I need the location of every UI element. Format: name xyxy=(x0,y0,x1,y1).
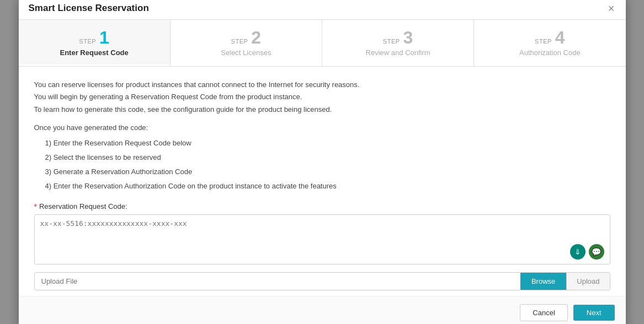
step4-label: STEP xyxy=(535,38,552,45)
step1-label: STEP xyxy=(79,38,96,45)
info-line3: To learn how to generate this code, see … xyxy=(34,104,610,116)
instruction-1: 1) Enter the Reservation Request Code be… xyxy=(45,136,610,150)
step-1[interactable]: STEP 1 Enter Request Code xyxy=(19,20,171,66)
step3-number: 3 xyxy=(403,29,413,46)
instruction-2: 2) Select the licenses to be reserved xyxy=(45,150,610,165)
field-label-row: * Reservation Request Code: xyxy=(34,202,610,211)
step4-number: 4 xyxy=(555,29,565,46)
chat-icon[interactable]: 💬 xyxy=(589,244,604,260)
step2-number: 2 xyxy=(251,29,261,46)
upload-file-input[interactable] xyxy=(35,273,520,290)
once-label: Once you have generated the code: xyxy=(34,123,610,132)
textarea-icon-group: ⇓ 💬 xyxy=(570,244,604,260)
modal-overlay: Smart License Reservation × STEP 1 Enter… xyxy=(0,0,644,324)
reservation-code-input[interactable] xyxy=(35,215,610,262)
modal-header: Smart License Reservation × xyxy=(19,0,626,20)
smart-license-modal: Smart License Reservation × STEP 1 Enter… xyxy=(19,0,626,324)
upload-button[interactable]: Upload xyxy=(566,273,609,290)
steps-bar: STEP 1 Enter Request Code STEP 2 Select … xyxy=(19,20,626,67)
next-button[interactable]: Next xyxy=(573,305,615,321)
instruction-4: 4) Enter the Reservation Authorization C… xyxy=(45,179,610,193)
step1-name: Enter Request Code xyxy=(60,48,129,57)
instructions-list: 1) Enter the Reservation Request Code be… xyxy=(34,136,610,193)
required-star: * xyxy=(34,202,37,211)
step3-label: STEP xyxy=(383,38,400,45)
close-button[interactable]: × xyxy=(607,3,616,14)
step-4[interactable]: STEP 4 Authorization Code xyxy=(474,20,625,66)
step-2[interactable]: STEP 2 Select Licenses xyxy=(171,20,322,66)
step3-name: Review and Confirm xyxy=(366,48,430,57)
cancel-button[interactable]: Cancel xyxy=(520,304,567,321)
download-icon[interactable]: ⇓ xyxy=(570,244,586,260)
info-line2: You will begin by generating a Reservati… xyxy=(34,91,610,103)
reservation-code-wrapper: ⇓ 💬 xyxy=(34,214,610,264)
step1-number: 1 xyxy=(99,29,109,46)
step4-name: Authorization Code xyxy=(519,48,581,57)
modal-footer: Cancel Next xyxy=(19,296,626,324)
step2-name: Select Licenses xyxy=(221,48,271,57)
info-line1: You can reserve licenses for product ins… xyxy=(34,79,610,91)
upload-row: Browse Upload xyxy=(34,272,610,290)
step2-label: STEP xyxy=(231,38,248,45)
step-3[interactable]: STEP 3 Review and Confirm xyxy=(322,20,474,66)
field-label-text: Reservation Request Code: xyxy=(39,202,127,210)
modal-title: Smart License Reservation xyxy=(29,3,149,14)
info-block: You can reserve licenses for product ins… xyxy=(34,79,610,115)
browse-button[interactable]: Browse xyxy=(520,273,566,290)
modal-body: You can reserve licenses for product ins… xyxy=(19,67,626,295)
instruction-3: 3) Generate a Reservation Authorization … xyxy=(45,165,610,179)
